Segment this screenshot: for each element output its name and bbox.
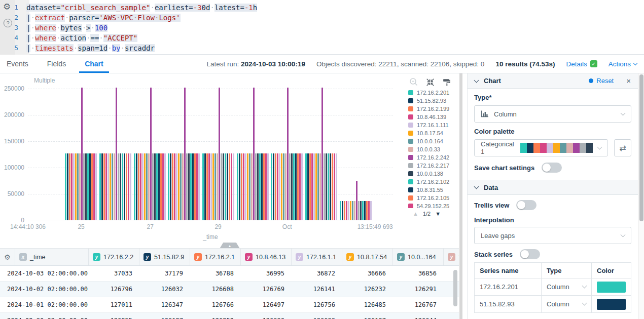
interpolation-select[interactable]: Leave gaps <box>474 227 631 244</box>
bar[interactable] <box>233 153 234 220</box>
paint-roller-icon[interactable] <box>442 78 451 87</box>
bar[interactable] <box>140 153 141 220</box>
bar[interactable] <box>79 153 81 220</box>
bar[interactable] <box>152 153 154 220</box>
bar[interactable] <box>364 201 366 220</box>
bar[interactable] <box>65 153 66 220</box>
stack-series-toggle[interactable] <box>520 249 540 259</box>
bar[interactable] <box>182 153 184 220</box>
legend-item[interactable]: 54.29.152.25 <box>408 202 459 208</box>
bar[interactable] <box>116 88 117 220</box>
legend-item[interactable]: 172.16.2.217 <box>408 162 459 170</box>
bar[interactable] <box>309 153 311 220</box>
bar[interactable] <box>251 153 253 220</box>
bar[interactable] <box>190 153 192 220</box>
table-settings-gear-icon[interactable]: ⚙ <box>0 249 15 265</box>
chevron-down-icon[interactable] <box>474 184 479 189</box>
bar[interactable] <box>138 153 139 220</box>
bar[interactable] <box>321 88 323 220</box>
legend-item[interactable]: 172.16.2.199 <box>408 105 459 113</box>
bar-group[interactable] <box>99 88 132 220</box>
bar[interactable] <box>146 153 148 220</box>
bar[interactable] <box>112 153 113 220</box>
series-color-swatch[interactable] <box>597 299 626 310</box>
bar[interactable] <box>154 153 156 220</box>
chart-type-select[interactable]: Column <box>474 105 631 123</box>
bar[interactable] <box>243 153 244 220</box>
bar-group[interactable] <box>305 88 338 220</box>
bar[interactable] <box>160 153 162 220</box>
bar[interactable] <box>360 201 362 220</box>
color-palette-select[interactable]: Categorical 1 <box>474 139 608 156</box>
bar[interactable] <box>89 153 91 220</box>
bar[interactable] <box>194 153 196 220</box>
bar[interactable] <box>328 153 329 220</box>
bar[interactable] <box>77 153 79 220</box>
bar[interactable] <box>83 153 85 220</box>
bar[interactable] <box>184 88 186 220</box>
bar[interactable] <box>210 153 212 220</box>
bar[interactable] <box>73 153 75 220</box>
bar[interactable] <box>156 153 158 220</box>
bar[interactable] <box>342 201 343 220</box>
collapse-expand-icon[interactable] <box>426 78 435 87</box>
code-line[interactable]: |·timestats·span=1d·by·srcaddr <box>26 43 155 53</box>
bar[interactable] <box>263 153 265 220</box>
legend-item[interactable]: 10.8.17.54 <box>408 129 459 137</box>
bar[interactable] <box>277 153 278 220</box>
actions-menu[interactable]: Actions <box>609 60 637 68</box>
table-row[interactable]: 2024-10-01 02:00:00.00127011126347126766… <box>0 297 459 313</box>
column-header[interactable]: y10.0 <box>444 249 459 265</box>
table-row[interactable]: 2024-10-03 02:00:00.00370333717936788369… <box>0 266 459 282</box>
bar-group[interactable] <box>134 88 166 220</box>
bar[interactable] <box>356 181 357 220</box>
series-type-select[interactable]: Column <box>542 296 592 312</box>
close-icon[interactable]: × <box>626 76 631 85</box>
bar[interactable] <box>305 153 307 220</box>
bar[interactable] <box>279 153 280 220</box>
bar[interactable] <box>344 201 345 220</box>
bar[interactable] <box>148 153 150 220</box>
bar[interactable] <box>370 201 372 220</box>
bar[interactable] <box>87 153 89 220</box>
bar[interactable] <box>114 153 115 220</box>
bar[interactable] <box>158 153 160 220</box>
bar[interactable] <box>202 153 204 220</box>
bar[interactable] <box>126 153 127 220</box>
bar[interactable] <box>91 153 93 220</box>
bar[interactable] <box>249 153 251 220</box>
details-link[interactable]: Details ✓ <box>566 60 597 68</box>
panel-scrollbar-thumb[interactable] <box>639 74 643 221</box>
table-scrollbar-thumb[interactable] <box>453 270 457 306</box>
code-line[interactable]: |·extract·parser='AWS·VPC·Flow·Logs' <box>26 13 181 23</box>
bar[interactable] <box>225 153 226 220</box>
bar[interactable] <box>346 201 347 220</box>
bar[interactable] <box>212 153 214 220</box>
bar[interactable] <box>247 153 248 220</box>
bar[interactable] <box>358 201 360 220</box>
bar[interactable] <box>311 153 313 220</box>
bar[interactable] <box>291 153 293 220</box>
legend-page-down-icon[interactable]: ▼ <box>435 211 441 217</box>
tab-events[interactable]: Events <box>1 55 34 73</box>
bar[interactable] <box>237 153 238 220</box>
bar[interactable] <box>208 153 210 220</box>
legend-item[interactable]: 10.0.0.164 <box>408 137 459 145</box>
bar[interactable] <box>283 153 284 220</box>
bar[interactable] <box>255 153 257 220</box>
bar[interactable] <box>122 153 123 220</box>
bar[interactable] <box>219 88 220 220</box>
panel-resize-gutter[interactable] <box>459 73 467 319</box>
bar[interactable] <box>285 153 287 220</box>
bar[interactable] <box>105 153 107 220</box>
bar[interactable] <box>245 153 246 220</box>
bar[interactable] <box>362 201 364 220</box>
bar-group[interactable] <box>237 88 269 220</box>
bar[interactable] <box>128 153 129 220</box>
bar[interactable] <box>299 153 301 220</box>
bar[interactable] <box>85 153 87 220</box>
bar[interactable] <box>204 153 206 220</box>
bar[interactable] <box>110 153 111 220</box>
chevron-down-icon[interactable] <box>474 77 479 83</box>
bar[interactable] <box>295 153 297 220</box>
